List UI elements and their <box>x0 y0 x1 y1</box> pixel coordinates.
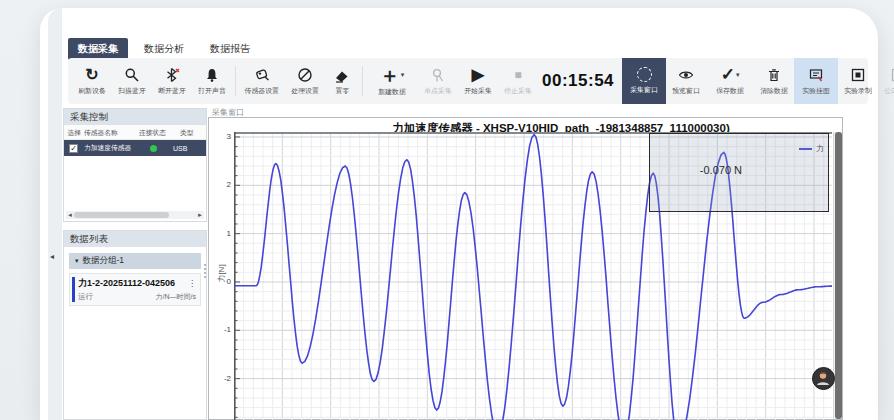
collect-control-panel: 采集控制 选择 传感器名称 连接状态 类型 ✓ 力加速度传感器 USB ◄ ► <box>63 108 207 222</box>
sensor-table-header: 选择 传感器名称 连接状态 类型 <box>64 125 206 140</box>
refresh-device-button[interactable]: ↻ 刷新设备 <box>72 58 112 104</box>
y-tick-label: 3 <box>209 132 231 141</box>
experiment-record-button[interactable]: 实验录制 <box>838 58 878 104</box>
sensor-checkbox[interactable]: ✓ <box>69 144 78 153</box>
data-list-title: 数据列表 <box>64 231 206 247</box>
tab-data-analysis[interactable]: 数据分析 <box>134 38 194 60</box>
new-data-button[interactable]: ＋▾ 新建数据 <box>366 58 418 104</box>
play-icon: ▶ <box>472 67 484 83</box>
data-list-panel: 数据列表 ▾ 数据分组-1 力1-2-20251112-042506 ⋮ 运行 … <box>63 230 207 420</box>
record-icon <box>850 67 866 83</box>
dashed-circle-icon <box>637 67 652 82</box>
sensor-tag-icon <box>254 67 270 83</box>
vscroll-thumb[interactable] <box>835 132 842 419</box>
toolbar-divider <box>362 66 363 96</box>
clear-data-button[interactable]: 清除数据 <box>754 58 794 104</box>
formula-calc-button[interactable]: 公式计算 <box>878 58 894 104</box>
collect-timer: 00:15:54 <box>542 71 614 91</box>
sidebar-collapse-icon[interactable]: ◂ <box>50 252 54 261</box>
calc-icon <box>890 67 894 83</box>
tab-data-report[interactable]: 数据报告 <box>200 38 260 60</box>
search-icon <box>124 67 140 83</box>
start-collect-button[interactable]: ▶ 开始采集 <box>458 58 498 104</box>
board-icon <box>808 67 824 83</box>
data-group-row[interactable]: ▾ 数据分组-1 <box>69 253 201 269</box>
bluetooth-off-icon <box>164 67 180 83</box>
scroll-left-icon[interactable]: ◄ <box>66 212 74 218</box>
point-icon <box>430 67 446 83</box>
data-list-item[interactable]: 力1-2-20251112-042506 ⋮ 运行 力/N—时间/s <box>69 273 201 306</box>
y-tick-label: 1 <box>209 229 231 238</box>
stop-icon: ■ <box>514 67 521 83</box>
preview-window-button[interactable]: 预览窗口 <box>666 58 706 104</box>
person-avatar-icon <box>813 368 833 388</box>
sensor-table-row[interactable]: ✓ 力加速度传感器 USB <box>64 140 206 156</box>
panel-splitter[interactable] <box>203 264 207 286</box>
toolbar: ↻ 刷新设备 扫描蓝牙 断开蓝牙 打开声音 传感器设置 处理设置 置零 <box>68 58 868 104</box>
kebab-menu-icon[interactable]: ⋮ <box>188 279 196 288</box>
y-tick-label: -1 <box>209 325 231 334</box>
selection-box[interactable]: -0.070 N <box>649 133 829 212</box>
hscroll-thumb[interactable] <box>74 212 169 218</box>
scroll-right-icon[interactable]: ► <box>196 212 204 218</box>
connection-status-dot <box>150 145 157 152</box>
chart-panel: 力加速度传感器 - XHSP-V10HID_path_-1981348857_1… <box>208 117 843 420</box>
y-tick-label: -2 <box>209 374 231 383</box>
main-tabs: 数据采集 数据分析 数据报告 <box>68 38 260 60</box>
save-data-button[interactable]: ✓▾ 保存数据 <box>706 58 754 104</box>
sound-on-button[interactable]: 打开声音 <box>192 58 232 104</box>
sensor-settings-button[interactable]: 传感器设置 <box>239 58 285 104</box>
scan-bluetooth-button[interactable]: 扫描蓝牙 <box>112 58 152 104</box>
horizontal-scrollbar[interactable]: ◄ ► <box>66 211 204 219</box>
assistant-avatar-button[interactable] <box>812 367 835 390</box>
data-item-title: 力1-2-20251112-042506 <box>78 277 175 290</box>
caret-down-icon[interactable]: ▾ <box>736 71 740 79</box>
sensor-type: USB <box>173 145 187 152</box>
plus-icon: ＋ <box>380 66 400 84</box>
trash-icon <box>766 67 782 83</box>
eraser-icon <box>334 67 350 83</box>
single-point-button[interactable]: 单点采集 <box>418 58 458 104</box>
group-collapse-icon[interactable]: ▾ <box>75 257 79 265</box>
refresh-icon: ↻ <box>85 67 98 83</box>
caret-down-icon[interactable]: ▾ <box>401 71 405 79</box>
zero-button[interactable]: 置零 <box>325 58 359 104</box>
y-tick-label: 0 <box>209 277 231 286</box>
item-accent-bar <box>72 277 75 302</box>
check-icon: ✓ <box>721 67 735 83</box>
bell-icon <box>204 67 220 83</box>
left-collapse-strip: ◂ <box>48 8 62 420</box>
disconnect-bluetooth-button[interactable]: 断开蓝牙 <box>152 58 192 104</box>
collect-window-button[interactable]: 采集窗口 <box>622 58 666 104</box>
collect-control-title: 采集控制 <box>64 109 206 125</box>
eye-icon <box>678 67 694 83</box>
sensor-name: 力加速度传感器 <box>84 144 131 153</box>
experiment-chart-button[interactable]: 实验挂图 <box>794 58 838 104</box>
app-window: ◂ 数据采集 数据分析 数据报告 ↻ 刷新设备 扫描蓝牙 断开蓝牙 打开声音 传… <box>40 8 878 420</box>
data-item-axes: 力/N—时间/s <box>156 292 196 302</box>
plot-area[interactable]: 力 -0.070 N <box>234 132 832 420</box>
reading-annotation: -0.070 N <box>700 164 742 176</box>
toolbar-divider <box>235 66 236 96</box>
gauge-icon <box>297 67 313 83</box>
data-item-status: 运行 <box>78 292 93 302</box>
stop-collect-button[interactable]: ■ 停止采集 <box>498 58 538 104</box>
tab-data-acquisition[interactable]: 数据采集 <box>68 38 128 60</box>
y-tick-label: 2 <box>209 180 231 189</box>
process-settings-button[interactable]: 处理设置 <box>285 58 325 104</box>
